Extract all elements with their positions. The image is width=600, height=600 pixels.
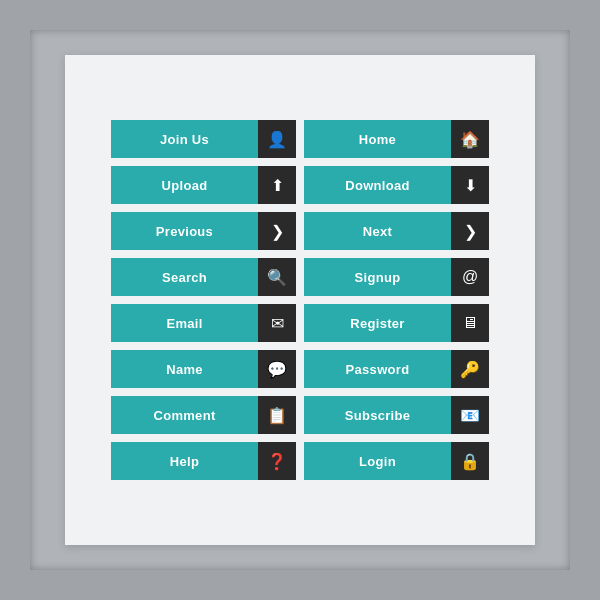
password-label: Password (304, 350, 451, 388)
comment-icon: 📋 (258, 396, 296, 434)
comment-label: Comment (111, 396, 258, 434)
register-button[interactable]: Register🖥 (304, 304, 489, 342)
download-icon: ⬇ (451, 166, 489, 204)
next-label: Next (304, 212, 451, 250)
outer-frame: Join Us👤Home🏠Upload⬆Download⬇Previous❯Ne… (30, 30, 570, 570)
download-button[interactable]: Download⬇ (304, 166, 489, 204)
button-grid: Join Us👤Home🏠Upload⬆Download⬇Previous❯Ne… (91, 100, 509, 500)
signup-icon: @ (451, 258, 489, 296)
join-us-icon: 👤 (258, 120, 296, 158)
help-button[interactable]: Help❓ (111, 442, 296, 480)
help-label: Help (111, 442, 258, 480)
previous-label: Previous (111, 212, 258, 250)
password-icon: 🔑 (451, 350, 489, 388)
download-label: Download (304, 166, 451, 204)
home-icon: 🏠 (451, 120, 489, 158)
search-label: Search (111, 258, 258, 296)
name-button[interactable]: Name💬 (111, 350, 296, 388)
email-icon: ✉ (258, 304, 296, 342)
login-icon: 🔒 (451, 442, 489, 480)
password-button[interactable]: Password🔑 (304, 350, 489, 388)
email-button[interactable]: Email✉ (111, 304, 296, 342)
register-label: Register (304, 304, 451, 342)
home-button[interactable]: Home🏠 (304, 120, 489, 158)
subscribe-icon: 📧 (451, 396, 489, 434)
previous-button[interactable]: Previous❯ (111, 212, 296, 250)
join-us-label: Join Us (111, 120, 258, 158)
upload-label: Upload (111, 166, 258, 204)
signup-label: Signup (304, 258, 451, 296)
previous-icon: ❯ (258, 212, 296, 250)
upload-button[interactable]: Upload⬆ (111, 166, 296, 204)
signup-button[interactable]: Signup@ (304, 258, 489, 296)
name-icon: 💬 (258, 350, 296, 388)
inner-panel: Join Us👤Home🏠Upload⬆Download⬇Previous❯Ne… (65, 55, 535, 545)
subscribe-button[interactable]: Subscribe📧 (304, 396, 489, 434)
next-button[interactable]: Next❯ (304, 212, 489, 250)
register-icon: 🖥 (451, 304, 489, 342)
login-button[interactable]: Login🔒 (304, 442, 489, 480)
search-icon: 🔍 (258, 258, 296, 296)
join-us-button[interactable]: Join Us👤 (111, 120, 296, 158)
name-label: Name (111, 350, 258, 388)
upload-icon: ⬆ (258, 166, 296, 204)
login-label: Login (304, 442, 451, 480)
help-icon: ❓ (258, 442, 296, 480)
comment-button[interactable]: Comment📋 (111, 396, 296, 434)
search-button[interactable]: Search🔍 (111, 258, 296, 296)
subscribe-label: Subscribe (304, 396, 451, 434)
email-label: Email (111, 304, 258, 342)
next-icon: ❯ (451, 212, 489, 250)
home-label: Home (304, 120, 451, 158)
